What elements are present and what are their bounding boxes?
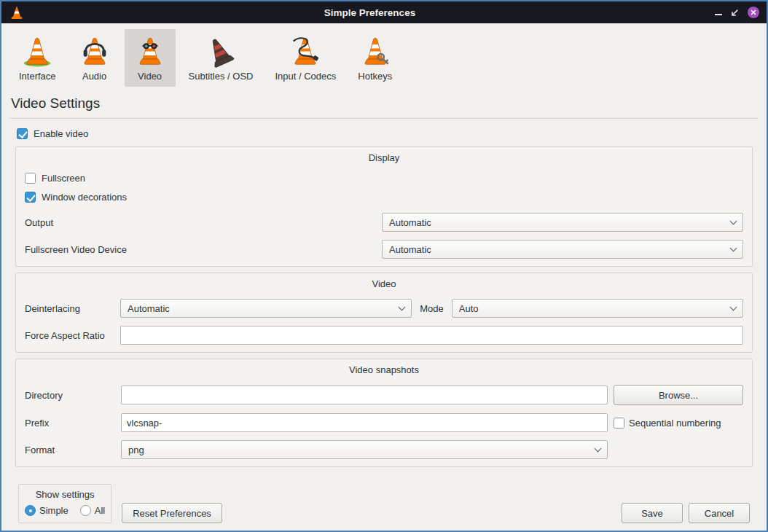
fullscreen-row: Fullscreen [25,173,743,184]
vlc-app-icon [9,4,25,20]
show-settings-group: Show settings Simple All [18,484,111,523]
cancel-button[interactable]: Cancel [689,503,750,523]
enable-video-row: Enable video [17,128,759,139]
preferences-window: Simple Preferences Interface [0,0,768,532]
sequential-numbering-checkbox[interactable] [614,418,624,429]
toolbar-item-hotkeys[interactable]: Hotkeys [349,29,401,87]
chevron-down-icon [730,303,737,310]
force-aspect-ratio-input[interactable] [120,326,743,345]
directory-row: Directory Browse... [25,385,743,405]
video-group: Video Deinterlacing Automatic Mode Auto … [15,273,753,353]
toolbar-item-interface[interactable]: Interface [10,29,65,87]
output-select[interactable]: Automatic [382,213,743,232]
video-group-title: Video [25,275,743,292]
toolbar-item-label: Video [138,71,162,82]
toolbar-item-label: Hotkeys [358,71,392,82]
output-row: Output Automatic [25,213,743,232]
directory-label: Directory [25,390,121,401]
snapshot-format-select[interactable]: png [121,440,608,459]
input-codecs-icon [289,35,322,69]
interface-icon [20,35,54,69]
title-divider [9,118,759,119]
window-title: Simple Preferences [25,7,715,18]
force-aspect-row: Force Aspect Ratio [25,326,743,345]
category-toolbar: Interface Audio Video [1,23,767,87]
audio-icon [78,35,111,69]
toolbar-item-label: Audio [82,71,106,82]
toolbar-item-subtitles[interactable]: Subtitles / OSD [180,29,262,87]
toolbar-item-video[interactable]: Video [125,29,176,87]
snapshots-group-title: Video snapshots [25,361,743,378]
radio-all-label: All [95,505,105,516]
toolbar-item-input-codecs[interactable]: Input / Codecs [266,29,345,87]
chevron-down-icon [399,303,406,310]
window-decorations-label: Window decorations [42,192,127,203]
deinterlacing-label: Deinterlacing [25,303,120,314]
reset-preferences-button[interactable]: Reset Preferences [122,503,222,523]
chevron-down-icon [730,244,737,251]
format-row: Format png [25,440,743,459]
close-icon [748,7,759,18]
toolbar-item-audio[interactable]: Audio [69,29,120,87]
fullscreen-device-select[interactable]: Automatic [382,240,743,259]
radio-all[interactable] [80,505,91,516]
fullscreen-device-label: Fullscreen Video Device [25,244,382,255]
restore-button[interactable] [731,9,739,17]
sequential-numbering-label: Sequential numbering [629,418,721,429]
deinterlace-mode-label: Mode [412,303,452,314]
save-button[interactable]: Save [622,503,683,523]
deinterlace-mode-select[interactable]: Auto [452,299,743,318]
restore-icon [731,9,739,17]
fullscreen-label: Fullscreen [42,173,85,184]
titlebar[interactable]: Simple Preferences [1,1,767,23]
page-title: Video Settings [11,95,759,112]
format-label: Format [25,445,121,455]
show-settings-title: Show settings [25,487,105,505]
snapshots-group: Video snapshots Directory Browse... Pref… [15,359,753,467]
minimize-icon [715,14,722,15]
snapshot-prefix-input[interactable] [121,413,608,432]
deinterlacing-select[interactable]: Automatic [120,299,412,318]
deinterlacing-row: Deinterlacing Automatic Mode Auto [25,299,743,318]
chevron-down-icon [595,445,602,452]
radio-simple-label: Simple [39,505,68,516]
enable-video-checkbox[interactable] [17,128,28,139]
browse-button[interactable]: Browse... [614,385,743,405]
force-aspect-label: Force Aspect Ratio [25,330,120,341]
subtitles-icon [204,35,238,69]
chevron-down-icon [730,217,737,224]
hotkeys-icon [358,35,392,69]
footer: Show settings Simple All Reset Preferenc… [9,484,759,531]
main-content: Video Settings Enable video Display Full… [1,87,767,531]
enable-video-label: Enable video [34,128,88,139]
window-decorations-checkbox[interactable] [25,192,36,203]
toolbar-item-label: Input / Codecs [275,71,336,82]
toolbar-item-label: Subtitles / OSD [189,71,254,82]
display-group: Display Fullscreen Window decorations Ou… [15,146,753,267]
fullscreen-checkbox[interactable] [25,173,36,184]
radio-simple[interactable] [25,505,36,516]
display-group-title: Display [25,149,743,165]
close-button[interactable] [748,7,759,18]
fullscreen-device-row: Fullscreen Video Device Automatic [25,240,743,259]
minimize-button[interactable] [715,9,722,15]
window-decorations-row: Window decorations [25,192,743,203]
prefix-label: Prefix [25,418,121,429]
output-label: Output [25,217,382,228]
snapshot-directory-input[interactable] [121,386,608,404]
video-icon [133,35,167,69]
prefix-row: Prefix Sequential numbering [25,413,743,432]
toolbar-item-label: Interface [19,71,56,82]
